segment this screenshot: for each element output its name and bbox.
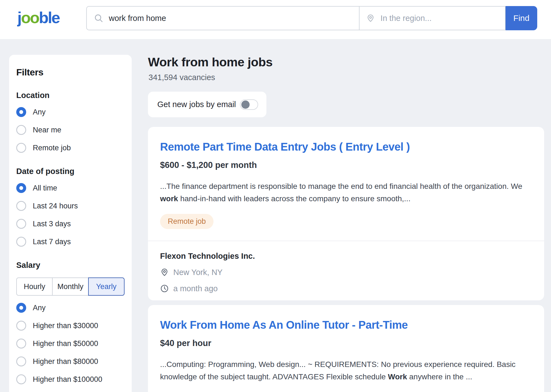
desc-text: hand-in-hand with leaders across the com… — [178, 194, 410, 203]
job-title-link[interactable]: Work From Home As An Online Tutor - Part… — [160, 305, 532, 331]
radio-icon — [16, 321, 26, 331]
salary-option-50000[interactable]: Higher than $50000 — [16, 338, 125, 349]
salary-period-control: Hourly Monthly Yearly — [16, 277, 125, 296]
salary-section-label: Salary — [16, 261, 125, 270]
date-option-last-7-days[interactable]: Last 7 days — [16, 236, 125, 247]
search-input[interactable] — [109, 14, 352, 23]
job-title-link[interactable]: Remote Part Time Data Entry Jobs ( Entry… — [160, 127, 532, 153]
job-card: Remote Part Time Data Entry Jobs ( Entry… — [148, 127, 544, 300]
salary-option-100000[interactable]: Higher than $100000 — [16, 374, 125, 385]
radio-label: All time — [33, 184, 57, 192]
date-option-last-24-hours[interactable]: Last 24 hours — [16, 200, 125, 212]
email-subscribe-label: Get new jobs by email — [157, 100, 236, 109]
location-section-label: Location — [16, 91, 125, 100]
radio-label: Remote job — [33, 144, 71, 152]
radio-icon — [16, 219, 26, 229]
keyword-field-wrap — [86, 6, 359, 30]
region-input[interactable] — [380, 14, 498, 23]
logo-part-2: oo — [21, 9, 39, 26]
salary-option-30000[interactable]: Higher than $30000 — [16, 320, 125, 331]
top-header: jooble Find — [0, 0, 551, 39]
job-description: ...Computing: Programming, Web design...… — [160, 358, 532, 383]
job-card: Work From Home As An Online Tutor - Part… — [148, 305, 544, 392]
salary-option-any[interactable]: Any — [16, 302, 125, 314]
salary-tab-yearly[interactable]: Yearly — [88, 277, 125, 296]
radio-label: Higher than $100000 — [33, 375, 102, 384]
date-option-last-3-days[interactable]: Last 3 days — [16, 218, 125, 230]
region-field-wrap — [359, 6, 506, 30]
radio-icon — [16, 107, 26, 117]
date-section-label: Date of posting — [16, 167, 125, 176]
radio-label: Higher than $80000 — [33, 357, 98, 366]
radio-icon — [16, 143, 26, 153]
desc-highlight: Work — [388, 372, 407, 381]
clock-icon — [160, 284, 169, 293]
radio-icon — [16, 201, 26, 211]
job-posted: a month ago — [173, 284, 218, 293]
email-subscribe-card: Get new jobs by email — [148, 92, 266, 117]
radio-label: Any — [33, 304, 46, 312]
location-pin-icon — [366, 14, 375, 23]
company-name: Flexon Technologies Inc. — [160, 252, 532, 261]
remote-job-badge: Remote job — [160, 214, 214, 229]
logo-part-3: ble — [39, 9, 60, 26]
desc-text: ...The finance department is responsible… — [160, 182, 522, 190]
radio-label: Higher than $30000 — [33, 322, 98, 330]
job-location-row: New York, NY — [160, 268, 532, 277]
toggle-knob — [241, 100, 250, 109]
radio-icon — [16, 356, 26, 366]
radio-icon — [16, 303, 26, 313]
radio-label: Near me — [33, 126, 61, 134]
job-location: New York, NY — [173, 268, 223, 277]
find-button[interactable]: Find — [506, 6, 537, 30]
date-option-all-time[interactable]: All time — [16, 182, 125, 194]
email-subscribe-toggle[interactable] — [240, 99, 258, 110]
location-option-remote-job[interactable]: Remote job — [16, 142, 125, 154]
radio-icon — [16, 374, 26, 384]
job-salary: $40 per hour — [160, 338, 532, 348]
salary-option-80000[interactable]: Higher than $80000 — [16, 356, 125, 367]
desc-highlight: work — [160, 194, 178, 203]
radio-label: Last 7 days — [33, 238, 71, 246]
job-posted-row: a month ago — [160, 284, 532, 293]
radio-label: Last 3 days — [33, 220, 71, 228]
page-title: Work from home jobs — [148, 55, 272, 69]
jooble-logo[interactable]: jooble — [17, 8, 60, 27]
map-pin-icon — [160, 268, 169, 277]
vacancies-count: 341,594 vacancies — [148, 73, 215, 82]
location-option-any[interactable]: Any — [16, 106, 125, 118]
filters-title: Filters — [16, 67, 125, 78]
filters-panel: Filters Location Any Near me Remote job … — [9, 55, 132, 392]
search-icon — [94, 13, 103, 23]
salary-tab-monthly[interactable]: Monthly — [52, 277, 88, 296]
logo-part-1: j — [17, 9, 21, 26]
radio-label: Any — [33, 108, 46, 116]
location-option-near-me[interactable]: Near me — [16, 124, 125, 136]
job-description: ...The finance department is responsible… — [160, 180, 532, 205]
radio-icon — [16, 183, 26, 193]
radio-icon — [16, 237, 26, 247]
radio-icon — [16, 339, 26, 349]
job-salary: $600 - $1,200 per month — [160, 160, 532, 170]
desc-text: anywhere in the ... — [407, 372, 472, 381]
radio-label: Last 24 hours — [33, 202, 78, 210]
radio-icon — [16, 125, 26, 135]
card-divider — [148, 241, 544, 241]
search-bar: Find — [86, 6, 537, 30]
salary-tab-hourly[interactable]: Hourly — [16, 277, 53, 296]
radio-label: Higher than $50000 — [33, 339, 98, 348]
